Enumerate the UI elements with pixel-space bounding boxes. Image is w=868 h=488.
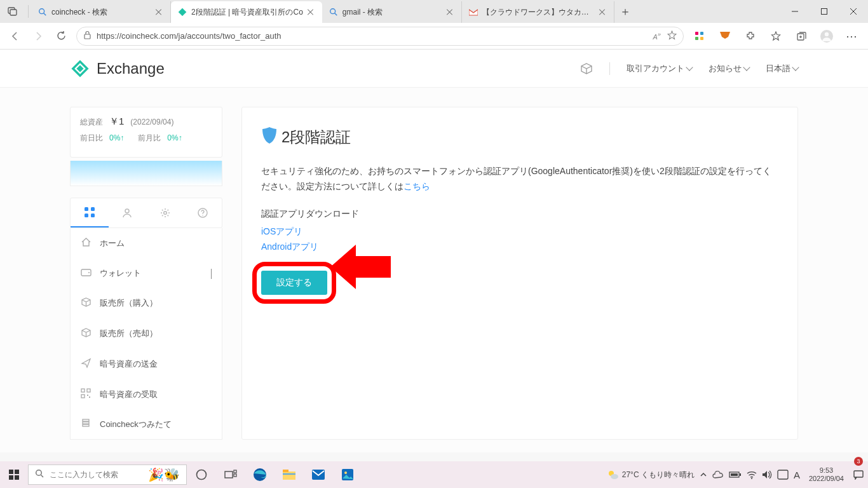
close-window-button[interactable] [839,0,868,23]
tray-onedrive-icon[interactable] [712,471,724,478]
window-controls [780,0,868,23]
nav-lang[interactable]: 日本語 [766,63,798,74]
menu-sell[interactable]: 販売所（売却） [71,318,222,349]
app-explorer[interactable] [275,461,304,488]
app-photos[interactable] [333,461,362,488]
tray-notifications[interactable]: 3 [853,470,864,480]
svg-point-48 [36,470,42,476]
day-label: 前日比 [80,133,103,144]
tab-help-icon[interactable] [184,198,222,227]
ext-grid-icon[interactable] [688,25,712,48]
ios-app-link[interactable]: iOSアプリ [261,226,778,238]
tab-title: gmail - 検索 [342,7,442,18]
weather-icon [607,469,620,480]
site-nav: 取引アカウント お知らせ 日本語 [580,62,798,75]
coincheck-icon [177,7,187,17]
send-icon [81,358,92,370]
nav-cube-icon[interactable] [580,62,593,75]
svg-marker-4 [179,8,187,17]
tab-dashboard-icon[interactable] [71,198,109,227]
svg-rect-68 [854,471,863,477]
maximize-button[interactable] [810,0,839,23]
svg-rect-46 [9,475,13,480]
favorite-icon[interactable] [667,30,677,42]
asset-summary-card: 総資産 ￥1 (2022/09/04) 前日比 0%↑ 前月比 0%↑ [70,107,222,158]
menu-icon[interactable]: ⋯ [840,25,864,48]
weather-widget[interactable]: 27°C くもり時々晴れ [607,469,695,480]
svg-rect-38 [87,395,88,396]
logo-text: Exchange [97,60,165,78]
close-icon[interactable] [597,7,607,17]
svg-rect-40 [83,424,89,426]
search-deco-icon: 🎉🐝 [148,467,180,482]
svg-rect-36 [87,389,90,392]
logo-icon [70,58,90,79]
svg-rect-41 [83,422,89,424]
tray-ime-mode[interactable]: A [794,470,800,480]
tab-manager-button[interactable] [0,0,25,23]
ext-metamask-icon[interactable] [713,25,737,48]
app-cortana[interactable] [187,461,216,488]
app-edge[interactable] [245,461,275,488]
tray-battery-icon[interactable] [729,471,742,478]
start-button[interactable] [0,461,28,488]
reader-icon[interactable]: A» [653,31,661,41]
refresh-button[interactable] [50,25,72,48]
menu-tsumitate[interactable]: Coincheckつみたて [71,409,222,439]
tray-volume-icon[interactable] [762,470,772,479]
description-text: セキュリティ強化のため、お持ちのスマートフォンから認証アプリ(GoogleAut… [261,164,778,194]
svg-rect-12 [695,32,698,35]
app-mail[interactable] [304,461,333,488]
tray-clock[interactable]: 9:53 2022/09/04 [809,466,844,483]
new-tab-button[interactable]: ＋ [614,0,636,23]
tab-coincheck-2fa[interactable]: 2段階認証 | 暗号資産取引所のCo [171,1,322,23]
favorites-icon[interactable] [764,25,788,48]
tab-title: coincheck - 検索 [51,7,151,18]
shield-icon [261,126,278,148]
svg-point-66 [751,478,752,479]
setup-button[interactable]: 設定する [261,271,327,295]
site-logo[interactable]: Exchange [70,58,165,79]
close-icon[interactable] [445,7,455,17]
address-bar[interactable]: https://coincheck.com/ja/accounts/two_fa… [76,27,684,46]
menu-wallet[interactable]: ウォレット [71,259,222,288]
svg-point-32 [203,215,203,215]
close-icon[interactable] [154,7,164,17]
extensions-icon[interactable] [738,25,763,48]
profile-icon[interactable] [815,25,839,48]
app-taskview[interactable] [216,461,245,488]
collections-icon[interactable] [789,25,813,48]
tab-crowdworks-mail[interactable]: 【クラウドワークス】ウタカタブログさんか [462,1,614,23]
tab-account-icon[interactable] [109,198,147,227]
back-button[interactable] [4,25,27,48]
total-date: (2022/09/04) [130,118,173,126]
close-icon[interactable] [306,7,316,17]
divider [28,5,29,18]
android-app-link[interactable]: Androidアプリ [261,241,778,253]
tab-coincheck-search[interactable]: coincheck - 検索 [31,1,171,23]
tab-settings-icon[interactable] [146,198,184,227]
home-icon [81,237,92,250]
nav-account[interactable]: 取引アカウント [627,63,692,74]
qr-icon [81,388,92,400]
tab-gmail-search[interactable]: gmail - 検索 [322,1,462,23]
menu-home[interactable]: ホーム [71,228,222,259]
desc-link[interactable]: こちら [403,181,430,191]
total-label: 総資産 [80,117,103,128]
svg-point-60 [344,471,347,474]
minimize-button[interactable] [780,0,810,23]
svg-marker-16 [720,32,730,39]
svg-point-5 [330,9,336,14]
svg-line-49 [41,475,44,478]
taskbar-search[interactable]: ここに入力して検索 🎉🐝 [28,464,187,485]
nav-divider [609,62,610,75]
menu-receive[interactable]: 暗号資産の受取 [71,379,222,409]
svg-rect-44 [9,470,13,474]
menu-send[interactable]: 暗号資産の送金 [71,349,222,379]
tray-chevron-icon[interactable] [700,471,707,478]
nav-notice[interactable]: お知らせ [709,63,749,74]
tray-wifi-icon[interactable] [747,471,757,479]
chevron-down-icon [211,269,212,278]
tray-ime-indicator[interactable] [777,470,789,480]
menu-buy[interactable]: 販売所（購入） [71,288,222,318]
